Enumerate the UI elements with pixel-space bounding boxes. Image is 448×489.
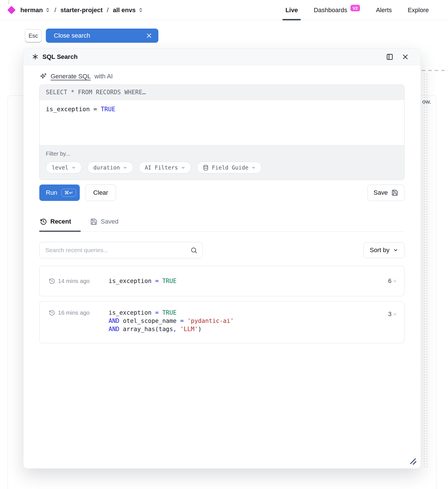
query-code: is_exception = TRUE — [109, 277, 176, 285]
breadcrumb-project[interactable]: starter-project — [61, 7, 103, 14]
save-icon — [391, 189, 398, 196]
code-token: TRUE — [162, 309, 177, 316]
query-tabs: Recent Saved — [39, 218, 404, 232]
run-count-number: 3 — [388, 311, 391, 318]
modal-title: SQL Search — [32, 53, 77, 61]
timestamp-text: 14 mins ago — [58, 278, 90, 284]
code-token: = — [180, 318, 187, 324]
filter-pill-ai-filters[interactable]: AI Filters — [139, 162, 191, 173]
filter-pills: leveldurationAI FiltersField Guide — [46, 162, 398, 173]
close-search-overlay: Esc Close search — [25, 29, 158, 43]
recent-search-box — [39, 242, 203, 258]
breadcrumb-separator: / — [54, 7, 56, 14]
breadcrumb-org[interactable]: herman — [20, 7, 50, 14]
background-dot-grid — [423, 73, 429, 468]
run-count-times: × — [393, 311, 397, 318]
pill-label: AI Filters — [145, 164, 178, 171]
chevron-down-icon — [72, 166, 76, 170]
run-count-number: 6 — [388, 278, 391, 285]
recent-query-card[interactable]: 14 mins agois_exception = TRUE6× — [39, 266, 404, 296]
filter-pill-field-guide[interactable]: Field Guide — [197, 162, 262, 173]
code-token: AND — [109, 318, 123, 324]
sql-editor: SELECT * FROM RECORDS WHERE… is_exceptio… — [39, 85, 404, 180]
close-search-button[interactable]: Close search — [46, 29, 158, 43]
nav-item-alerts[interactable]: Alerts — [368, 0, 400, 20]
recent-search-input[interactable] — [45, 246, 187, 254]
nav-item-label: Alerts — [376, 7, 392, 14]
recent-query-list: 14 mins agois_exception = TRUE6×16 mins … — [39, 266, 404, 343]
v2-badge: V2 — [350, 5, 360, 11]
code-token: array_has(tags — [123, 326, 173, 333]
clear-button[interactable]: Clear — [85, 185, 116, 201]
run-button[interactable]: Run ⌘↵ — [39, 185, 80, 201]
timestamp-text: 16 mins ago — [58, 309, 90, 316]
query-timestamp: 16 mins ago — [49, 309, 109, 316]
code-token: , — [173, 326, 180, 333]
code-token: ) — [198, 326, 202, 333]
tab-saved-label: Saved — [101, 218, 118, 225]
close-icon — [146, 33, 152, 39]
org-name: herman — [20, 7, 43, 14]
nav-item-live[interactable]: Live — [277, 0, 306, 20]
main-nav: LiveDashboardsV2AlertsExplore — [277, 0, 437, 20]
asterisk-icon — [32, 53, 38, 60]
filter-pill-level[interactable]: level — [46, 162, 82, 173]
run-label: Run — [46, 189, 57, 196]
modal-title-text: SQL Search — [42, 53, 77, 61]
tab-saved[interactable]: Saved — [90, 218, 128, 231]
modal-close-icon[interactable] — [402, 53, 409, 60]
sql-search-modal: SQL Search Generate SQL with AI SELECT *… — [23, 49, 421, 468]
code-token: is_exception = — [46, 106, 101, 113]
top-navbar: herman / starter-project / all envs Live… — [0, 0, 448, 20]
nav-item-label: Explore — [408, 7, 429, 14]
background-cutoff-text: ow. — [422, 98, 431, 105]
history-icon — [40, 218, 47, 225]
query-code: is_exception = TRUEAND otel_scope_name =… — [109, 309, 234, 333]
pill-label: duration — [93, 164, 120, 171]
code-token: otel_scope_name — [123, 318, 180, 324]
resize-handle[interactable] — [410, 458, 417, 465]
query-code-line: AND array_has(tags, 'LLM') — [109, 325, 234, 333]
code-token: 'pydantic-ai' — [187, 318, 234, 324]
recent-search-row: Sort by — [39, 242, 404, 258]
pill-label: level — [52, 164, 68, 171]
code-token: TRUE — [162, 278, 177, 284]
side-panel-icon[interactable] — [386, 53, 393, 61]
code-token: is_exception — [109, 278, 155, 284]
save-icon — [90, 218, 97, 225]
sort-by-button[interactable]: Sort by — [363, 242, 404, 258]
generate-sql-link[interactable]: Generate SQL — [51, 73, 91, 80]
breadcrumb-env[interactable]: all envs — [113, 7, 143, 14]
recent-query-card[interactable]: 16 mins agois_exception = TRUEAND otel_s… — [39, 301, 404, 343]
save-button[interactable]: Save — [367, 185, 404, 201]
history-icon — [49, 278, 55, 284]
generate-sql-row: Generate SQL with AI — [39, 72, 404, 80]
editor-actions: Run ⌘↵ Clear Save — [39, 185, 404, 201]
breadcrumb: herman / starter-project / all envs — [8, 7, 143, 14]
logo-diamond-icon — [7, 6, 16, 14]
sparkles-icon — [39, 72, 47, 80]
filter-pill-duration[interactable]: duration — [87, 162, 133, 173]
query-code-line: is_exception = TRUE — [109, 309, 234, 317]
sql-editor-input[interactable]: is_exception = TRUE — [40, 100, 404, 145]
query-run-count: 6× — [388, 278, 397, 285]
tab-recent[interactable]: Recent — [39, 218, 81, 231]
nav-item-label: Dashboards — [314, 7, 347, 14]
code-token: = — [155, 278, 162, 284]
run-count-times: × — [393, 278, 397, 284]
save-label: Save — [374, 189, 388, 196]
code-token: AND — [109, 326, 123, 333]
chevron-down-icon — [181, 166, 185, 170]
nav-item-dashboards[interactable]: DashboardsV2 — [306, 0, 368, 20]
chevron-down-icon — [251, 166, 256, 170]
modal-body: Generate SQL with AI SELECT * FROM RECOR… — [23, 72, 421, 343]
pill-label: Field Guide — [212, 164, 248, 171]
modal-header: SQL Search — [23, 49, 421, 65]
query-timestamp: 14 mins ago — [49, 278, 109, 284]
query-run-count: 3× — [388, 311, 397, 318]
esc-key-button[interactable]: Esc — [25, 29, 42, 42]
trace-tick-line — [8, 0, 9, 4]
search-icon[interactable] — [190, 247, 197, 254]
nav-item-explore[interactable]: Explore — [400, 0, 437, 20]
sort-by-label: Sort by — [370, 246, 389, 254]
